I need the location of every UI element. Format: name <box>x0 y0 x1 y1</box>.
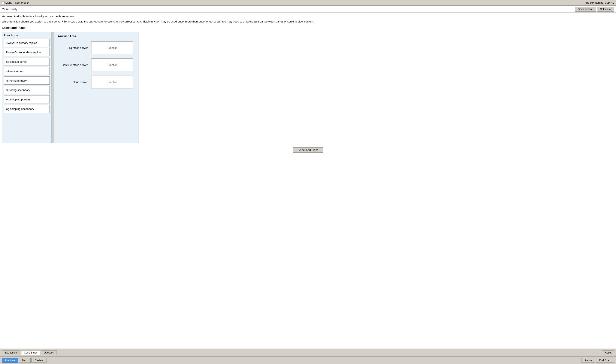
resize-dots: · · · <box>53 33 54 35</box>
select-and-place-button[interactable]: Select and Place <box>293 147 323 153</box>
function-item[interactable]: log shipping secondary <box>4 105 50 113</box>
answer-pane: Answer Area HQ office serverFunctionsate… <box>54 32 139 143</box>
function-items-list: AlwaysOn primary replicaAlwaysOn seconda… <box>4 39 50 113</box>
previous-button[interactable]: Previous <box>2 358 18 363</box>
show-answer-button[interactable]: Show Answer <box>575 7 596 12</box>
resize-handle[interactable]: · · · <box>52 32 54 143</box>
answer-row-label: satellite office server <box>58 63 88 66</box>
instruction-line2: Which function should you assign to each… <box>2 20 614 24</box>
answer-row-label: HQ office server <box>58 46 88 50</box>
function-item[interactable]: file backup server <box>4 58 50 66</box>
calculator-button[interactable]: Calculator <box>597 7 614 12</box>
tab-bar: Instructions Case Study Question Reset <box>0 349 616 356</box>
answer-drop-zone[interactable]: Function <box>91 76 133 89</box>
mark-checkbox[interactable]: Mark <box>2 1 12 4</box>
answer-row: HQ office serverFunction <box>58 41 135 54</box>
select-place-btn-container: Select and Place <box>2 147 614 155</box>
function-item[interactable]: log shipping primary <box>4 95 50 104</box>
function-item[interactable]: AlwaysOn secondary replica <box>4 48 50 56</box>
case-study-title: Case Study <box>2 8 17 11</box>
tab-bar-left: Instructions Case Study Question <box>2 350 57 355</box>
mark-check[interactable] <box>2 1 4 4</box>
nav-bar-left: Previous Next Review <box>2 358 46 363</box>
nav-bar: Previous Next Review Pause End Exam <box>0 356 616 364</box>
reset-button[interactable]: Reset <box>602 350 614 355</box>
next-button[interactable]: Next <box>19 358 31 363</box>
top-bar-left: Mark Item 9 of 14 <box>2 1 30 4</box>
function-item[interactable]: mirroring secondary <box>4 86 50 94</box>
top-bar: Mark Item 9 of 14 Time Remaining: 0:24:4… <box>0 0 616 6</box>
mark-label: Mark <box>5 1 12 4</box>
tab-instructions[interactable]: Instructions <box>2 350 20 355</box>
answer-drop-zone[interactable]: Function <box>91 58 133 71</box>
tab-case-study[interactable]: Case Study <box>21 350 40 355</box>
function-item[interactable]: AlwaysOn primary replica <box>4 39 50 47</box>
answer-title: Answer Area <box>58 35 135 38</box>
item-info: Item 9 of 14 <box>15 1 30 4</box>
pause-button[interactable]: Pause <box>581 358 595 363</box>
tab-question[interactable]: Question <box>41 350 57 355</box>
dnd-container: Functions AlwaysOn primary replicaAlways… <box>2 32 139 143</box>
functions-pane: Functions AlwaysOn primary replicaAlways… <box>2 32 52 143</box>
header-buttons: Show Answer Calculator <box>575 7 614 12</box>
select-place-heading: Select and Place: <box>2 26 614 29</box>
header-section: Case Study Show Answer Calculator <box>0 6 616 13</box>
end-exam-button[interactable]: End Exam <box>596 358 614 363</box>
function-item[interactable]: mirroring primary <box>4 77 50 85</box>
answer-rows-list: HQ office serverFunctionsatellite office… <box>58 41 135 89</box>
time-remaining: Time Remaining: 0:24:49 <box>583 1 614 4</box>
nav-bar-right: Pause End Exam <box>581 358 614 363</box>
answer-row: cloud serverFunction <box>58 76 135 89</box>
answer-row-label: cloud server <box>58 80 88 84</box>
answer-drop-zone[interactable]: Function <box>91 41 133 54</box>
function-item[interactable]: witness server <box>4 67 50 75</box>
review-button[interactable]: Review <box>31 358 46 363</box>
functions-title: Functions <box>4 34 50 37</box>
answer-row: satellite office serverFunction <box>58 58 135 71</box>
instruction-line1: You need to distribute functionality acr… <box>2 15 614 18</box>
main-content: You need to distribute functionality acr… <box>0 13 616 349</box>
